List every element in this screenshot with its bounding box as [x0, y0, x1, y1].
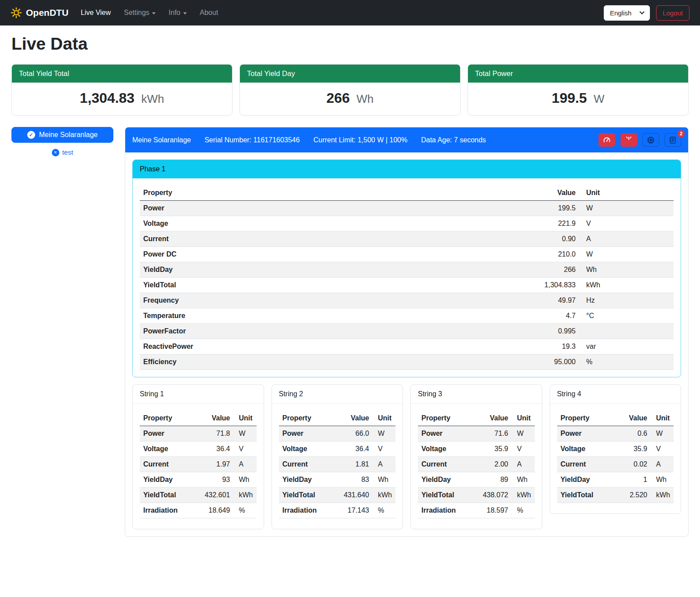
brand[interactable]: OpenDTU — [11, 7, 69, 18]
string-card-title: String 3 — [411, 385, 542, 404]
summary-card-title: Total Power — [468, 65, 688, 83]
unit-cell: kWh — [512, 488, 535, 503]
table-header-row: Property Value Unit — [279, 411, 396, 426]
table-header-row: Property Value Unit — [557, 411, 674, 426]
unit-cell: V — [373, 441, 395, 457]
table-row: Current 0.90 A — [140, 232, 674, 247]
column-header-unit: Unit — [651, 411, 674, 426]
summary-cards-row: Total Yield Total 1,304.83 kWh Total Yie… — [11, 64, 689, 116]
gauge-icon — [603, 136, 611, 144]
property-cell: PowerFactor — [140, 324, 522, 339]
unit-cell: W — [512, 426, 535, 441]
inverter-sidebar: ✓ Meine Solaranlage × test — [11, 127, 113, 156]
chevron-down-icon — [183, 12, 187, 14]
inverter-name-label: test — [62, 148, 73, 156]
string-table: Property Value Unit Power 71.8 W Voltage… — [140, 411, 257, 518]
event-log-button[interactable]: 2 — [664, 133, 681, 147]
page-title: Live Data — [11, 34, 689, 54]
column-header-value: Value — [620, 411, 651, 426]
table-header-row: Property Value Unit — [140, 185, 674, 201]
summary-card-value: 1,304.83 — [80, 90, 135, 106]
column-header-property: Property — [140, 185, 522, 201]
property-cell: Irradiation — [418, 503, 479, 518]
inverter-action-buttons: 2 — [598, 133, 681, 147]
string-card: String 2 Property Value Unit Power 66.0 … — [272, 384, 403, 529]
property-cell: Power — [140, 426, 201, 441]
summary-card-unit: kWh — [138, 92, 164, 105]
inverter-serial-number: Serial Number: 116171603546 — [204, 136, 300, 144]
string-card-title: String 2 — [272, 385, 403, 404]
nav-item-settings[interactable]: Settings — [118, 6, 162, 19]
sidebar-inverter-item[interactable]: × test — [11, 148, 113, 156]
table-row: Frequency 49.97 Hz — [140, 293, 674, 308]
inverter-data-age: Data Age: 7 seconds — [421, 136, 486, 144]
summary-card-unit: Wh — [353, 92, 374, 105]
language-select[interactable]: English — [604, 5, 650, 21]
inverter-name-label: Meine Solaranlage — [39, 131, 98, 139]
column-header-value: Value — [479, 411, 512, 426]
value-cell: 1 — [620, 472, 651, 488]
summary-card-value: 266 — [326, 90, 350, 106]
limit-settings-button[interactable] — [598, 133, 615, 147]
strings-row: String 1 Property Value Unit Power 71.8 … — [132, 384, 681, 529]
property-cell: Voltage — [418, 441, 479, 457]
power-button[interactable] — [620, 133, 637, 147]
table-row: YieldDay 1 Wh — [557, 472, 674, 488]
property-cell: Irradiation — [279, 503, 341, 518]
table-row: YieldTotal 431.640 kWh — [279, 488, 396, 503]
unit-cell: kWh — [373, 488, 395, 503]
unit-cell: Wh — [373, 472, 395, 488]
table-row: Temperature 4.7 °C — [140, 308, 674, 324]
property-cell: YieldDay — [418, 472, 479, 488]
value-cell: 18.597 — [479, 503, 512, 518]
value-cell: 49.97 — [522, 293, 579, 308]
table-row: Voltage 35.9 V — [557, 441, 674, 457]
value-cell: 2.520 — [620, 488, 651, 503]
table-header-row: Property Value Unit — [418, 411, 535, 426]
unit-cell: V — [512, 441, 535, 457]
unit-cell: Wh — [512, 472, 535, 488]
nav-item-info[interactable]: Info — [163, 6, 193, 19]
property-cell: YieldTotal — [140, 488, 201, 503]
summary-card-unit: W — [591, 92, 605, 105]
language-select-value: English — [610, 9, 631, 17]
table-row: Irradiation 17.143 % — [279, 503, 396, 518]
table-row: Voltage 35.9 V — [418, 441, 535, 457]
inverter-card: Meine Solaranlage Serial Number: 1161716… — [125, 127, 689, 537]
unit-cell: Hz — [579, 293, 674, 308]
property-cell: Temperature — [140, 308, 522, 324]
value-cell: 266 — [522, 262, 579, 278]
unit-cell: Wh — [579, 262, 674, 278]
x-circle-icon: × — [52, 149, 59, 156]
value-cell: 71.6 — [479, 426, 512, 441]
string-card: String 1 Property Value Unit Power 71.8 … — [132, 384, 264, 529]
table-row: Voltage 36.4 V — [140, 441, 257, 457]
property-cell: YieldTotal — [279, 488, 341, 503]
journal-icon — [669, 136, 677, 144]
table-row: YieldTotal 1,304.833 kWh — [140, 278, 674, 293]
phase-card-title: Phase 1 — [133, 160, 681, 178]
value-cell: 36.4 — [340, 441, 373, 457]
device-info-button[interactable] — [642, 133, 659, 147]
table-row: Power DC 210.0 W — [140, 247, 674, 262]
logout-button[interactable]: Logout — [656, 5, 689, 21]
brand-label: OpenDTU — [26, 7, 69, 18]
unit-cell: W — [373, 426, 395, 441]
property-cell: YieldDay — [140, 472, 201, 488]
property-cell: Current — [418, 457, 479, 472]
inverter-current-limit: Current Limit: 1,500 W | 100% — [313, 136, 407, 144]
table-row: ReactivePower 19.3 var — [140, 339, 674, 355]
string-card-title: String 4 — [550, 385, 681, 404]
property-cell: Voltage — [279, 441, 341, 457]
table-row: YieldDay 83 Wh — [279, 472, 396, 488]
nav-item-live-view[interactable]: Live View — [75, 6, 117, 19]
nav-item-about[interactable]: About — [194, 6, 225, 19]
inverter-name: Meine Solaranlage — [132, 136, 191, 144]
unit-cell: Wh — [651, 472, 674, 488]
sidebar-inverter-selected-button[interactable]: ✓ Meine Solaranlage — [11, 127, 113, 143]
table-row: Voltage 36.4 V — [279, 441, 396, 457]
column-header-unit: Unit — [373, 411, 395, 426]
string-table: Property Value Unit Power 0.6 W Voltage … — [557, 411, 674, 503]
property-cell: Current — [557, 457, 620, 472]
unit-cell: A — [373, 457, 395, 472]
